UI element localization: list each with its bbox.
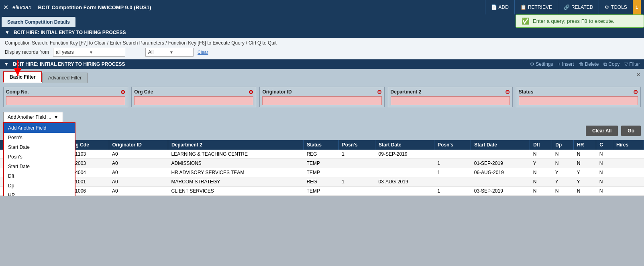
filter-section-actions: ⚙ Settings + Insert 🗑 Delete ⧉ Copy ▽ Fi…: [530, 61, 640, 67]
table-cell: [613, 150, 644, 159]
org-cde-remove-icon[interactable]: ⊖: [249, 89, 253, 95]
dropdown-item-dp[interactable]: Dp: [4, 181, 75, 191]
dropdown-item-start-date2[interactable]: Start Date: [4, 162, 75, 171]
col-status: Status: [304, 140, 339, 150]
settings-action[interactable]: ⚙ Settings: [530, 61, 553, 67]
copy-action[interactable]: ⧉ Copy: [603, 61, 620, 67]
filter-collapse-icon[interactable]: ▼: [4, 61, 9, 67]
clear-link[interactable]: Clear: [198, 50, 208, 55]
table-cell: 1: [338, 150, 375, 159]
comp-no-label: Comp No.: [6, 89, 29, 95]
filter-section-title: BCIT HIRE: INITIAL ENTRY TO HIRING PROCE…: [13, 61, 125, 67]
org-cde-label: Org Cde: [134, 89, 153, 95]
originator-id-input[interactable]: [262, 96, 381, 105]
table-cell: [471, 177, 530, 187]
tools-label: TOOLS: [611, 4, 627, 10]
search-params-bar: Competition Search: Function Key [F7] to…: [0, 38, 644, 59]
all-value: All: [148, 49, 169, 55]
add-icon: 📄: [491, 4, 497, 10]
go-button[interactable]: Go: [621, 126, 641, 136]
col-dp: Dp: [552, 140, 574, 150]
filter-tabs-row: Basic Filter Advanced Filter ✕: [0, 69, 644, 83]
tab-basic-filter[interactable]: Basic Filter: [3, 71, 42, 83]
comp-no-input[interactable]: [6, 96, 125, 105]
filter-field-comp-no: Comp No. ⊖: [3, 87, 128, 107]
table-cell: [434, 150, 471, 159]
retrieve-label: RETRIEVE: [528, 4, 552, 10]
table-cell: A0: [109, 168, 168, 177]
table-cell: TEMP: [304, 187, 339, 196]
table-cell: 1: [434, 159, 471, 168]
related-label: RELATED: [571, 4, 593, 10]
col-c: C: [596, 140, 613, 150]
table-cell: N: [530, 187, 552, 196]
dropdown-item-add-another[interactable]: Add Another Field: [4, 123, 75, 133]
close-icon[interactable]: ✕: [3, 4, 8, 11]
dept2-remove-icon[interactable]: ⊖: [505, 89, 510, 95]
filter-fields-row: Comp No. ⊖ Org Cde ⊖ Originator ID ⊖: [3, 87, 641, 107]
status-label: Status: [519, 89, 534, 95]
table-cell: REG: [304, 150, 339, 159]
filter-action[interactable]: ▽ Filter: [624, 61, 640, 67]
dropdown-item-start-date1[interactable]: Start Date: [4, 142, 75, 152]
insert-action[interactable]: + Insert: [558, 61, 574, 67]
dropdown-item-posns2[interactable]: Posn's: [4, 152, 75, 162]
tools-button[interactable]: ⚙ TOOLS: [599, 0, 632, 14]
dropdown-item-posns1[interactable]: Posn's: [4, 133, 75, 142]
tab-advanced-filter[interactable]: Advanced Filter: [42, 73, 88, 83]
results-table: Comp No. Org Cde Originator ID Departmen…: [0, 140, 644, 196]
table-cell: [613, 159, 644, 168]
filter-field-dept2: Department 2 ⊖: [388, 87, 513, 107]
table-row[interactable]: →19ST315421006A0CLIENT SERVICESTEMP103-S…: [0, 187, 644, 196]
dept2-input[interactable]: [391, 96, 510, 105]
status-input[interactable]: [519, 96, 638, 105]
nav-actions: 📄 ADD 📋 RETRIEVE 🔗 RELATED ⚙ TOOLS 1: [485, 0, 641, 14]
table-cell: N: [552, 159, 574, 168]
table-row[interactable]: 191103A0LEARNING & TEACHING CENTREREG109…: [0, 150, 644, 159]
section-header-top: ▼ BCIT HIRE: INITIAL ENTRY TO HIRING PRO…: [0, 27, 644, 38]
table-header-row: Comp No. Org Cde Originator ID Departmen…: [0, 140, 644, 150]
status-remove-icon[interactable]: ⊖: [633, 89, 638, 95]
years-dropdown[interactable]: all years ▼: [53, 48, 125, 57]
data-table-wrap: Comp No. Org Cde Originator ID Departmen…: [0, 140, 644, 196]
originator-id-remove-icon[interactable]: ⊖: [377, 89, 382, 95]
table-cell: A0: [109, 150, 168, 159]
table-cell: N: [530, 150, 552, 159]
table-cell: 01-SEP-2019: [471, 159, 530, 168]
clear-all-button[interactable]: Clear All: [586, 126, 618, 136]
col-posns1: Posn's: [338, 140, 375, 150]
all-dropdown[interactable]: All ▼: [145, 48, 194, 57]
table-cell: A0: [109, 159, 168, 168]
retrieve-button[interactable]: 📋 RETRIEVE: [514, 0, 558, 14]
all-dropdown-arrow: ▼: [169, 50, 191, 55]
table-cell: N: [596, 159, 613, 168]
col-start-date2: Start Date: [471, 140, 530, 150]
add-another-field-button[interactable]: Add Another Field ... ▼: [3, 112, 63, 122]
years-value: all years: [56, 49, 89, 55]
delete-action[interactable]: 🗑 Delete: [579, 61, 599, 67]
table-cell: LEARNING & TEACHING CENTRE: [168, 150, 304, 159]
org-cde-input[interactable]: [134, 96, 253, 105]
table-cell: N: [596, 187, 613, 196]
comp-no-remove-icon[interactable]: ⊖: [120, 89, 125, 95]
related-button[interactable]: 🔗 RELATED: [558, 0, 599, 14]
filter-close-icon[interactable]: ✕: [636, 71, 641, 78]
dropdown-item-dft[interactable]: Dft: [4, 171, 75, 181]
tab-search-competition[interactable]: Search Competition Details: [2, 17, 75, 27]
table-cell: Y: [552, 168, 574, 177]
dropdown-item-hr[interactable]: HR: [4, 191, 75, 196]
table-cell: N: [530, 177, 552, 187]
table-cell: REG: [304, 177, 339, 187]
years-dropdown-arrow: ▼: [89, 50, 122, 55]
table-cell: 1: [338, 177, 375, 187]
table-row[interactable]: 471001A0MARCOM STRATEGYREG103-AUG-2019NY…: [0, 177, 644, 187]
table-cell: N: [574, 150, 596, 159]
collapse-icon[interactable]: ▼: [5, 30, 10, 35]
top-nav: ✕ ellucian BCIT Competition Form NWICOMP…: [0, 0, 644, 14]
table-row[interactable]: 462003A0ADMISSIONSTEMP101-SEP-2019YNNN: [0, 159, 644, 168]
table-cell: 09-SEP-2019: [375, 150, 434, 159]
add-button[interactable]: 📄 ADD: [485, 0, 514, 14]
table-cell: 1: [434, 187, 471, 196]
check-icon: ✅: [522, 17, 530, 25]
table-row[interactable]: 674004A0HR ADVISORY SERVICES TEAMTEMP106…: [0, 168, 644, 177]
